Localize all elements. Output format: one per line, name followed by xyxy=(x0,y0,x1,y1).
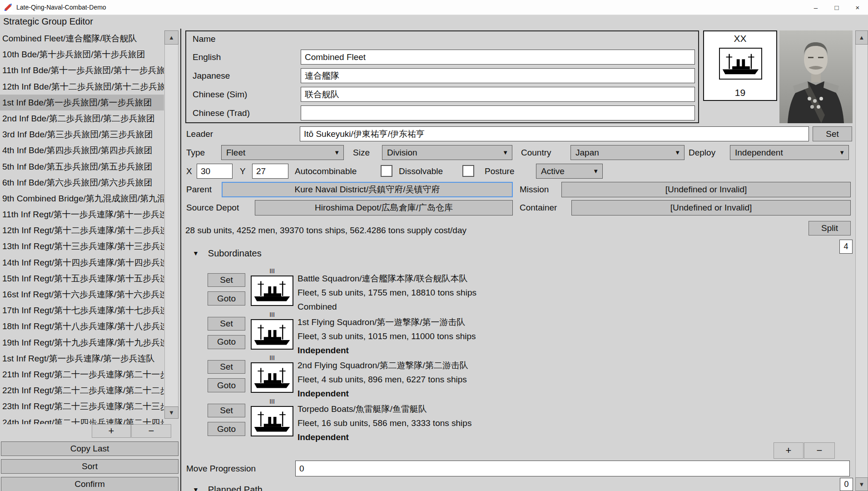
group-list-item[interactable]: 19th Inf Regt/第十九歩兵連隊/第十九步兵连队 xyxy=(0,335,164,351)
country-label: Country xyxy=(521,145,551,160)
group-list: Combined Fleet/連合艦隊/联合舰队 10th Bde/第十歩兵旅団… xyxy=(0,30,164,424)
group-list-item[interactable]: 14th Inf Regt/第十四歩兵連隊/第十四步兵连队 xyxy=(0,255,164,271)
chevron-down-icon: ▼ xyxy=(839,145,845,160)
country-select[interactable]: Japan ▼ xyxy=(570,145,684,160)
chinese-sim-name-input[interactable] xyxy=(301,87,695,102)
subordinate-row: Set Goto III Torpedo Boats/魚雷艇隊/鱼雷艇队 Fle… xyxy=(185,399,855,443)
autocombinable-label: Autocombinable xyxy=(295,164,357,179)
group-list-item[interactable]: 16st Inf Regt/第十六歩兵連隊/第十六步兵连队 xyxy=(0,286,164,302)
group-list-item[interactable]: 1st Inf Bde/第一歩兵旅団/第一步兵旅团 xyxy=(0,95,164,110)
subordinate-name: Battle Squadron/連合艦隊本隊/联合舰队本队 xyxy=(298,271,476,286)
posture-select[interactable]: Active ▼ xyxy=(536,164,603,179)
split-button[interactable]: Split xyxy=(808,221,851,235)
panel-divider xyxy=(180,29,181,491)
japanese-name-label: Japanese xyxy=(193,68,230,83)
posture-label: Posture xyxy=(485,164,514,179)
y-input[interactable] xyxy=(252,164,288,179)
collapse-icon[interactable]: ▼ xyxy=(193,486,199,491)
subordinate-goto-button[interactable]: Goto xyxy=(208,378,245,392)
move-progression-input[interactable] xyxy=(295,461,850,476)
app-icon xyxy=(4,3,13,12)
path-count-field[interactable]: 0 xyxy=(840,478,853,491)
group-list-item[interactable]: 13th Inf Regt/第十三歩兵連隊/第十三步兵连队 xyxy=(0,238,164,254)
main-scroll-up-icon[interactable]: ▲ xyxy=(855,30,868,45)
chinese-trad-name-input[interactable] xyxy=(301,105,695,120)
group-list-item[interactable]: 21th Inf Regt/第二十一歩兵連隊/第二十一步兵连队 xyxy=(0,366,164,382)
dissolvable-checkbox[interactable] xyxy=(462,165,474,177)
group-list-item[interactable]: 2nd Inf Bde/第二歩兵旅団/第二步兵旅团 xyxy=(0,110,164,126)
chevron-down-icon: ▼ xyxy=(334,145,340,160)
group-list-item[interactable]: 3rd Inf Bde/第三歩兵旅団/第三步兵旅团 xyxy=(0,126,164,142)
subordinate-remove-button[interactable]: − xyxy=(804,442,835,459)
subordinate-goto-button[interactable]: Goto xyxy=(208,335,245,349)
group-list-item[interactable]: 17th Inf Regt/第十七歩兵連隊/第十七步兵连队 xyxy=(0,302,164,318)
close-button[interactable]: × xyxy=(847,0,868,15)
mission-button[interactable]: [Undefined or Invalid] xyxy=(561,182,851,197)
japanese-name-input[interactable] xyxy=(301,68,695,83)
subordinate-goto-button[interactable]: Goto xyxy=(208,422,245,436)
subordinate-set-button[interactable]: Set xyxy=(208,273,245,287)
unit-counter: XX 19 xyxy=(703,30,777,101)
sidebar-scroll-up-icon[interactable]: ▲ xyxy=(164,30,179,45)
minimize-button[interactable]: – xyxy=(805,0,826,15)
main-scrollbar-track[interactable] xyxy=(855,44,868,478)
window-titlebar: Late-Qing-Naval-Combat-Demo – □ × xyxy=(0,0,868,15)
subordinate-row: Set Goto III Battle Squadron/連合艦隊本隊/联合舰队… xyxy=(185,269,855,312)
list-remove-button[interactable]: − xyxy=(131,424,171,438)
subordinate-add-button[interactable]: + xyxy=(774,442,804,459)
group-list-item[interactable]: 12th Inf Bde/第十二歩兵旅団/第十二步兵旅团 xyxy=(0,79,164,95)
subordinate-info: 1st Flying Squadron/第一遊撃隊/第一游击队 Fleet, 3… xyxy=(298,315,476,357)
group-list-item[interactable]: 11th Inf Regt/第十一歩兵連隊/第十一步兵连队 xyxy=(0,206,164,222)
leader-label: Leader xyxy=(186,126,213,141)
group-list-item[interactable]: 10th Bde/第十歩兵旅団/第十步兵旅团 xyxy=(0,46,164,62)
container-button[interactable]: [Undefined or Invalid] xyxy=(571,200,851,215)
source-depot-button[interactable]: Hiroshima Depot/広島倉庫/广岛仓库 xyxy=(255,200,513,215)
subordinate-set-button[interactable]: Set xyxy=(208,360,245,374)
subordinate-info: Torpedo Boats/魚雷艇隊/鱼雷艇队 Fleet, 16 sub un… xyxy=(298,402,471,444)
type-select-value: Fleet xyxy=(226,148,245,157)
ship-icon xyxy=(251,276,293,306)
subordinate-set-button[interactable]: Set xyxy=(208,404,245,417)
chevron-down-icon: ▼ xyxy=(593,164,599,178)
group-list-item[interactable]: 11th Inf Bde/第十一歩兵旅団/第十一步兵旅团 xyxy=(0,62,164,78)
group-list-item[interactable]: 4th Inf Bde/第四歩兵旅団/第四步兵旅团 xyxy=(0,142,164,158)
group-list-item[interactable]: 5th Inf Bde/第五歩兵旅団/第五步兵旅团 xyxy=(0,159,164,175)
sort-button[interactable]: Sort xyxy=(1,459,179,474)
subordinate-set-button[interactable]: Set xyxy=(208,317,245,331)
english-name-input[interactable] xyxy=(301,50,695,65)
page-title: Strategic Group Editor xyxy=(3,16,93,27)
size-select[interactable]: Division ▼ xyxy=(382,145,512,160)
group-list-item[interactable]: Combined Fleet/連合艦隊/联合舰队 xyxy=(0,30,164,46)
collapse-icon[interactable]: ▼ xyxy=(193,250,199,257)
leader-input[interactable] xyxy=(300,126,809,141)
group-list-item[interactable]: 9th Combined Bridge/第九混成旅団/第九混成旅团 xyxy=(0,190,164,206)
list-add-button[interactable]: + xyxy=(92,424,131,438)
size-select-value: Division xyxy=(387,148,417,157)
split-count-field[interactable]: 4 xyxy=(839,240,853,254)
group-list-item[interactable]: 23th Inf Regt/第二十三歩兵連隊/第二十三步兵连队 xyxy=(0,398,164,414)
deploy-label: Deploy xyxy=(689,145,715,160)
leader-set-button[interactable]: Set xyxy=(813,126,852,141)
subordinate-goto-button[interactable]: Goto xyxy=(208,291,245,306)
autocombinable-checkbox[interactable] xyxy=(381,165,392,177)
copy-last-button[interactable]: Copy Last xyxy=(1,441,179,456)
type-select[interactable]: Fleet ▼ xyxy=(221,145,344,160)
x-input[interactable] xyxy=(197,164,233,179)
group-list-item[interactable]: 22th Inf Regt/第二十二歩兵連隊/第二十二步兵连队 xyxy=(0,382,164,398)
sidebar-scrollbar-track[interactable] xyxy=(164,44,179,407)
subordinate-stats: Fleet, 5 sub units, 1755 men, 18810 tons… xyxy=(298,286,476,300)
parent-button[interactable]: Kure Naval District/呉鎮守府/吴镇守府 xyxy=(222,182,513,197)
sidebar-scroll-down-icon[interactable]: ▼ xyxy=(164,406,179,419)
subordinate-status: Independent xyxy=(298,343,476,357)
group-list-item[interactable]: 18th Inf Regt/第十八歩兵連隊/第十八步兵连队 xyxy=(0,318,164,334)
maximize-button[interactable]: □ xyxy=(826,0,847,15)
confirm-button[interactable]: Confirm xyxy=(1,477,179,491)
unit-strength: 19 xyxy=(704,87,776,98)
group-list-item[interactable]: 12th Inf Regt/第十二歩兵連隊/第十二步兵连队 xyxy=(0,222,164,238)
group-list-item[interactable]: 1st Inf Regt/第一歩兵連隊/第一步兵连队 xyxy=(0,351,164,366)
group-list-item[interactable]: 15th Inf Regt/第十五歩兵連隊/第十五步兵连队 xyxy=(0,271,164,286)
deploy-select[interactable]: Independent ▼ xyxy=(730,145,849,160)
group-list-item[interactable]: 24th Inf Regt/第二十四歩兵連隊/第二十四步兵连队 xyxy=(0,415,164,425)
main-scroll-down-icon[interactable]: ▼ xyxy=(855,477,868,491)
group-list-item[interactable]: 6th Inf Bde/第六歩兵旅団/第六步兵旅团 xyxy=(0,175,164,190)
